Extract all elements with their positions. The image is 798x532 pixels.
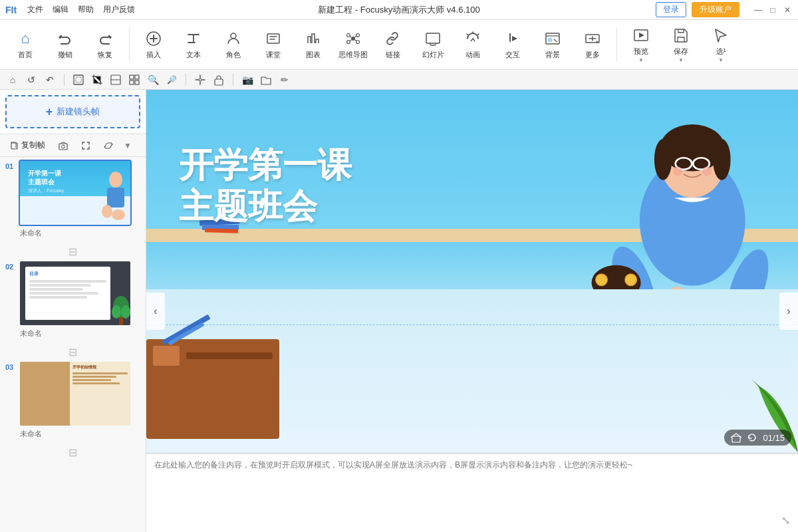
menu-feedback[interactable]: 用户反馈 [103,4,135,15]
svg-point-40 [693,158,710,170]
slide-group-1: 01 开学第一课主题班会 演讲人：Focusky [0,160,146,243]
preview-icon [632,26,650,45]
svg-point-33 [121,305,130,319]
ct-folder-icon[interactable] [259,72,273,87]
main-toolbar: ⌂ 首页 撤销 恢复 插入 文本 角色 课堂 [0,20,798,70]
slide-label-2: 未命名 [19,329,140,338]
interact-icon [503,29,522,48]
toolbar-home[interactable]: ⌂ 首页 [7,23,44,66]
login-button[interactable]: 登录 [656,2,686,17]
nav-arrow-left[interactable]: ‹ [146,293,165,330]
toolbar-undo[interactable]: 撤销 [47,23,84,66]
ct-undo-small-icon[interactable]: ↶ [43,72,57,87]
toolbar-chart[interactable]: 图表 [295,23,332,66]
close-button[interactable]: ✕ [782,5,793,15]
toolbar-animation[interactable]: 动画 [454,23,491,66]
ct-home-icon[interactable]: ⌂ [5,72,20,87]
slide-thumb-2[interactable]: 目录 [19,260,132,327]
slide-thumb-3[interactable]: 开学初始情报 [19,360,132,427]
toolbar-link[interactable]: 链接 [374,23,412,66]
toolbar-select[interactable]: 选¹ ▼ [702,23,739,66]
window-title: 新建工程 - Focusky动画演示大师 v4.6.100 [318,4,479,16]
ct-grid-icon[interactable] [127,72,142,87]
main-slide: 开学第一课 主题班会 演讲人：Focusky [146,90,798,452]
svg-point-3 [351,37,355,41]
notes-textarea[interactable] [154,460,790,506]
slide-separator-3: ⊟ [0,444,146,461]
toolbar-role[interactable]: 角色 [215,23,252,66]
svg-point-54 [596,274,608,286]
menu-bar: 文件 编辑 帮助 用户反馈 [27,4,135,15]
minimize-button[interactable]: — [753,5,763,15]
toolbar-mindmap[interactable]: 思维导图 [334,23,372,66]
slide-list: 01 开学第一课主题班会 演讲人：Focusky [0,157,146,532]
menu-edit[interactable]: 编辑 [53,4,68,15]
ct-zoom-in-icon[interactable]: 🔍 [146,72,160,87]
svg-point-37 [654,139,672,180]
ct-frame-icon[interactable] [71,72,86,87]
svg-point-43 [702,167,712,176]
loop-icon [104,141,113,150]
more-icon [583,29,602,48]
toolbar-interact-label: 交互 [505,51,520,59]
copy-frame-button[interactable]: 复制帧 [5,138,49,152]
expand-notes-button[interactable]: ⤡ [781,514,790,527]
ct-zoom-out-icon[interactable]: 🔎 [164,72,179,87]
toolbar-select-label: 选¹ [716,47,726,56]
sidebar-scroll-down[interactable]: ▼ [122,140,133,152]
slide-item-3: 03 开学初始情报 [5,360,140,439]
toolbar-slide[interactable]: 幻灯片 [414,23,452,66]
toolbar-background[interactable]: 背景 [534,23,571,66]
ct-snap-icon[interactable] [193,72,207,87]
camera-action[interactable] [55,140,72,152]
chart-icon [304,29,323,48]
toolbar-role-label: 角色 [226,51,241,59]
app-logo: FIt [5,5,17,15]
ct-lock-icon[interactable] [211,72,226,87]
toolbar-divider-1 [129,28,130,61]
desk-object [146,339,279,439]
toolbar-more[interactable]: 更多 [574,23,611,66]
toolbar-preview[interactable]: 预览 ▼ [622,23,660,66]
toolbar-class-label: 课堂 [266,51,281,59]
toolbar-save[interactable]: 保存 ▼ [662,23,700,66]
insert-icon [144,29,163,48]
save-icon [672,26,690,45]
separator-icon-2: ⊟ [68,346,77,358]
slide-icon [424,29,442,48]
toolbar-interact[interactable]: 交互 [494,23,531,66]
ct-edit-icon[interactable]: ✏ [277,72,292,87]
toolbar-class[interactable]: 课堂 [255,23,292,66]
menu-help[interactable]: 帮助 [78,4,94,15]
maximize-button[interactable]: □ [767,5,778,15]
canvas-area[interactable]: 开学第一课 主题班会 演讲人：Focusky [146,90,798,532]
save-dropdown-icon: ▼ [678,57,684,63]
upgrade-button[interactable]: 升级账户 [692,2,739,17]
toolbar-insert[interactable]: 插入 [135,23,172,66]
ct-align-icon[interactable] [108,72,123,87]
slide-title-line1: 开学第一课 [179,144,505,186]
canvas-toolbar: ⌂ ↺ ↶ 🔍 🔎 📷 ✏ [0,70,798,90]
svg-point-39 [676,158,692,170]
ct-rotate-icon[interactable]: ↺ [24,72,39,87]
slide-thumb-1[interactable]: 开学第一课主题班会 演讲人：Focusky [19,160,132,226]
menu-file[interactable]: 文件 [27,4,43,15]
toolbar-redo[interactable]: 恢复 [86,23,124,66]
toolbar-link-label: 链接 [386,51,400,59]
new-frame-button[interactable]: + 新建镜头帧 [5,95,140,128]
toolbar-animation-label: 动画 [466,51,480,59]
nav-arrow-right[interactable]: › [779,293,798,330]
ct-crop-icon[interactable] [90,72,104,87]
svg-point-35 [660,127,725,198]
slide-number-3: 03 [5,360,19,371]
svg-point-6 [347,41,350,44]
toolbar-text[interactable]: 文本 [175,23,212,66]
plus-icon: + [46,105,53,119]
svg-point-55 [625,274,637,286]
toolbar-save-label: 保存 [674,47,688,56]
ct-camera-icon[interactable]: 📷 [240,72,255,87]
loop-action[interactable] [100,140,117,152]
svg-rect-24 [59,144,67,150]
fit-action[interactable] [77,140,94,152]
svg-point-34 [640,157,745,286]
